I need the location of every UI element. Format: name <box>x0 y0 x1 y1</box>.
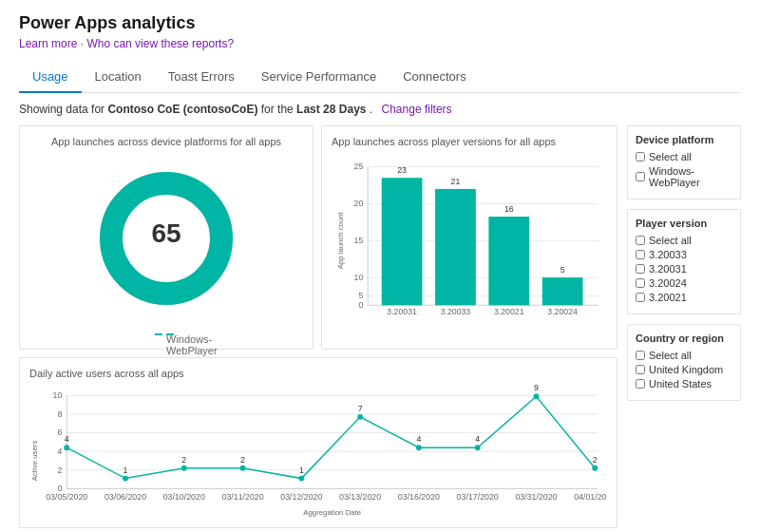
svg-text:03/10/2020: 03/10/2020 <box>163 492 205 502</box>
time-period: Last 28 Days <box>296 103 366 116</box>
svg-text:20: 20 <box>354 199 364 208</box>
player-3-20031-checkbox[interactable] <box>636 264 645 274</box>
device-select-all-checkbox[interactable] <box>636 152 645 162</box>
svg-text:9: 9 <box>534 385 539 392</box>
player-3-20031[interactable]: 3.20031 <box>636 263 732 275</box>
svg-text:03/13/2020: 03/13/2020 <box>339 492 381 502</box>
svg-text:2: 2 <box>57 466 62 475</box>
svg-text:8: 8 <box>57 409 62 419</box>
player-3-20024[interactable]: 3.20024 <box>636 277 732 289</box>
svg-text:23: 23 <box>397 165 407 175</box>
svg-text:03/06/2020: 03/06/2020 <box>104 492 146 502</box>
device-windows-webplayer[interactable]: Windows-WebPlayer <box>636 165 732 188</box>
player-select-all-checkbox[interactable] <box>636 236 645 245</box>
device-platform-title: Device platform <box>636 134 732 145</box>
country-region-filter: Country or region Select all United King… <box>627 324 741 401</box>
player-3-20021[interactable]: 3.20021 <box>636 292 732 303</box>
page-subtitle: Learn more · Who can view these reports? <box>19 37 741 50</box>
svg-rect-25 <box>542 277 583 305</box>
svg-point-44 <box>64 445 69 450</box>
svg-text:7: 7 <box>358 404 363 413</box>
svg-text:4: 4 <box>65 434 69 444</box>
svg-point-50 <box>416 445 422 450</box>
country-select-all[interactable]: Select all <box>636 350 732 361</box>
svg-point-52 <box>534 393 540 399</box>
svg-text:4: 4 <box>57 446 62 456</box>
player-version-filter: Player version Select all 3.20033 3.2003… <box>627 209 741 314</box>
country-select-all-checkbox[interactable] <box>636 351 645 360</box>
charts-area: App launches across device platforms for… <box>19 125 618 528</box>
svg-text:3.20033: 3.20033 <box>441 307 471 314</box>
svg-point-48 <box>298 476 304 482</box>
org-name: Contoso CoE (contosoCoE) <box>107 103 257 116</box>
svg-rect-16 <box>382 178 423 305</box>
player-3-20024-checkbox[interactable] <box>636 278 645 288</box>
tab-location[interactable]: Location <box>82 62 155 93</box>
donut-chart-title: App launches across device platforms for… <box>51 136 281 147</box>
filter-bar: Showing data for Contoso CoE (contosoCoE… <box>19 103 741 116</box>
learn-more-link[interactable]: Learn more <box>19 37 77 50</box>
bar-chart-box: App launches across player versions for … <box>321 125 618 350</box>
svg-text:04/01/2020: 04/01/2020 <box>574 492 607 502</box>
player-3-20033-checkbox[interactable] <box>636 250 645 259</box>
tab-connectors[interactable]: Connectors <box>390 62 479 93</box>
who-can-view-link[interactable]: Who can view these reports? <box>86 37 234 50</box>
tab-bar: Usage Location Toast Errors Service Perf… <box>19 62 741 93</box>
page-container: Power Apps analytics Learn more · Who ca… <box>0 0 760 532</box>
bar-chart: App launch count 25 20 15 <box>332 153 607 314</box>
svg-text:3.20021: 3.20021 <box>494 307 524 314</box>
svg-point-45 <box>123 476 128 482</box>
svg-text:1: 1 <box>124 466 128 475</box>
svg-text:1: 1 <box>299 466 304 475</box>
donut-chart-box: App launches across device platforms for… <box>19 125 314 350</box>
page-header: Power Apps analytics Learn more · Who ca… <box>19 13 741 50</box>
player-3-20021-checkbox[interactable] <box>636 293 645 302</box>
svg-text:03/11/2020: 03/11/2020 <box>222 492 264 502</box>
svg-rect-22 <box>488 217 529 305</box>
page-title: Power Apps analytics <box>19 13 741 33</box>
line-chart: Active users 10 8 6 4 <box>29 385 607 518</box>
country-us[interactable]: United States <box>636 378 732 390</box>
svg-text:03/12/2020: 03/12/2020 <box>280 492 322 502</box>
svg-text:10: 10 <box>354 273 364 282</box>
svg-text:2: 2 <box>181 455 186 465</box>
device-select-all[interactable]: Select all <box>636 151 732 162</box>
line-chart-title: Daily active users across all apps <box>29 368 607 379</box>
tab-service-performance[interactable]: Service Performance <box>248 62 390 93</box>
line-chart-box: Daily active users across all apps Activ… <box>19 357 618 528</box>
svg-text:16: 16 <box>504 204 514 214</box>
player-version-title: Player version <box>636 218 732 229</box>
svg-text:5: 5 <box>358 291 363 300</box>
svg-text:6: 6 <box>57 428 62 437</box>
svg-text:03/05/2020: 03/05/2020 <box>46 492 87 502</box>
device-windows-webplayer-checkbox[interactable] <box>636 172 645 181</box>
svg-text:65: 65 <box>151 218 180 248</box>
tab-toast-errors[interactable]: Toast Errors <box>155 62 248 93</box>
country-uk[interactable]: United Kingdom <box>636 364 732 375</box>
svg-point-49 <box>357 414 363 420</box>
country-us-checkbox[interactable] <box>636 379 645 389</box>
tab-usage[interactable]: Usage <box>19 62 82 93</box>
svg-text:0: 0 <box>358 300 363 310</box>
svg-text:03/16/2020: 03/16/2020 <box>398 492 440 502</box>
svg-point-53 <box>592 466 598 471</box>
country-uk-checkbox[interactable] <box>636 365 645 374</box>
device-platform-filter: Device platform Select all Windows-WebPl… <box>627 125 741 200</box>
svg-text:3.20024: 3.20024 <box>547 307 578 314</box>
svg-text:10: 10 <box>53 390 63 400</box>
svg-point-46 <box>181 466 187 471</box>
svg-text:15: 15 <box>354 236 364 245</box>
svg-point-51 <box>475 445 481 450</box>
sidebar: Device platform Select all Windows-WebPl… <box>627 125 741 528</box>
svg-rect-19 <box>435 189 476 305</box>
bar-chart-title: App launches across player versions for … <box>332 136 607 147</box>
svg-text:03/17/2020: 03/17/2020 <box>457 492 499 502</box>
player-3-20033[interactable]: 3.20033 <box>636 249 732 260</box>
svg-text:Active users: Active users <box>30 441 39 482</box>
donut-chart: 65 <box>90 162 242 314</box>
change-filters-link[interactable]: Change filters <box>382 103 452 116</box>
player-select-all[interactable]: Select all <box>636 235 732 246</box>
svg-text:21: 21 <box>451 177 461 186</box>
svg-text:2: 2 <box>593 455 598 465</box>
svg-point-47 <box>240 466 246 471</box>
